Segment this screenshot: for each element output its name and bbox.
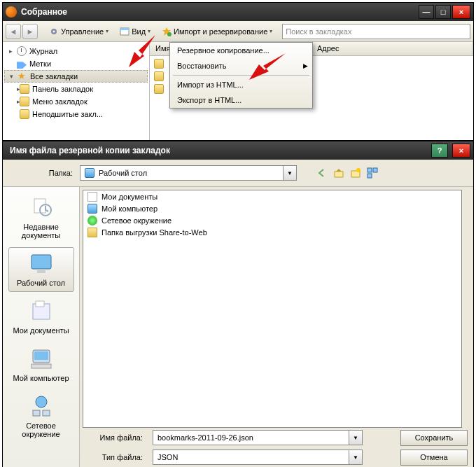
svg-marker-6 [129,35,155,67]
maximize-button[interactable]: □ [435,5,451,19]
forward-button[interactable]: ► [22,24,38,39]
place-mycomp[interactable]: Мой компьютер [8,342,74,387]
folder-icon [20,109,29,119]
tree-toolbar-folder[interactable]: ▸ Панель закладок [4,83,148,95]
import-label: Импорт и резервирование [174,27,267,36]
svg-point-1 [53,30,55,32]
places-bar: Недавние документы Рабочий стол Мои доку… [3,187,80,467]
svg-point-10 [356,168,360,172]
list-item[interactable]: Мои документы [83,190,461,202]
filetype-label: Тип файла: [83,453,146,461]
import-backup-menu: Резервное копирование... Восстановить▶ И… [169,42,313,109]
folder-icon [154,84,164,94]
save-dialog-title: Имя файла резервной копии закладок [6,146,431,155]
svg-marker-7 [249,53,286,80]
library-toolbar: ◄ ► Управление ▾ Вид ▾ Импорт и резервир… [3,21,473,42]
filename-label: Имя файла: [83,433,146,442]
file-list[interactable]: Мои документы Мой компьютер Сетевое окру… [83,190,462,428]
svg-rect-13 [368,174,372,178]
place-mydocs[interactable]: Мои документы [8,295,74,340]
svg-rect-12 [373,168,377,172]
minimize-button[interactable]: — [419,5,434,19]
filetype-select[interactable]: JSON ▼ [153,449,363,465]
svg-rect-16 [31,255,51,269]
filename-dropdown-button[interactable]: ▼ [349,430,363,445]
svg-rect-21 [34,351,48,360]
folder-docs-icon [88,192,97,202]
submenu-arrow-icon: ▶ [303,62,308,69]
close-button[interactable]: × [452,144,470,158]
star-import-icon [162,27,172,36]
svg-rect-19 [36,301,44,307]
place-network[interactable]: Сетевое окружение [8,390,74,443]
computer-large-icon [27,347,55,371]
network-large-icon [27,395,55,419]
new-folder-icon[interactable] [350,167,361,179]
filename-input[interactable]: bookmarks-2011-09-26.json ▼ [153,430,363,445]
computer-icon [88,204,97,214]
manage-menu-button[interactable]: Управление ▾ [43,23,114,40]
menu-export-html[interactable]: Экспорт в HTML... [170,92,312,108]
svg-rect-8 [335,172,343,177]
tree-unsorted[interactable]: Неподшитые закл... [4,108,148,120]
list-item[interactable]: Папка выгрузки Share-to-Web [83,226,461,238]
cancel-button[interactable]: Отмена [400,449,468,466]
save-dialog-titlebar[interactable]: Имя файла резервной копии закладок ? × [3,141,473,160]
save-button[interactable]: Сохранить [400,430,468,446]
gear-icon [49,27,59,36]
svg-point-5 [167,32,172,36]
firefox-icon [6,6,17,18]
list-item[interactable]: Сетевое окружение [83,214,461,226]
desktop-icon [85,168,94,178]
back-button[interactable]: ◄ [6,24,21,39]
save-dialog-window: Имя файла резервной копии закладок ? × П… [2,141,474,467]
search-placeholder: Поиск в закладках [286,27,351,36]
manage-label: Управление [61,27,104,36]
folder-icon [20,84,29,94]
filename-row: Имя файла: bookmarks-2011-09-26.json ▼ С… [83,428,468,447]
star-icon: ★ [18,71,27,81]
folder-row: Папка: Рабочий стол ▼ [3,160,473,186]
folder-combo[interactable]: Рабочий стол ▼ [80,165,297,181]
filetype-row: Тип файла: JSON ▼ Отмена [83,447,468,467]
folder-dropdown-button[interactable]: ▼ [283,165,297,181]
folder-value: Рабочий стол [99,169,147,177]
save-dialog-body: Недавние документы Рабочий стол Мои доку… [3,186,473,467]
mydocs-large-icon [27,300,55,323]
toolbar-mini-icons [316,167,378,179]
place-desktop[interactable]: Рабочий стол [8,247,74,292]
tree-menu-folder[interactable]: ▸ Меню закладок [4,95,148,108]
folder-icon [154,71,164,81]
desktop-large-icon [27,252,55,276]
svg-rect-24 [33,410,40,416]
tag-icon [17,59,27,69]
network-icon [88,216,97,225]
svg-rect-25 [43,410,50,416]
import-backup-menu-button[interactable]: Импорт и резервирование ▾ [156,23,278,40]
filetype-dropdown-button[interactable]: ▼ [349,449,363,465]
view-menu-icon[interactable] [367,167,378,179]
svg-rect-3 [120,28,129,30]
col-address[interactable]: Адрес [312,42,473,55]
svg-rect-22 [31,364,51,368]
folder-icon [20,97,29,106]
back-icon[interactable] [316,167,328,179]
folder-icon [88,228,97,237]
close-button[interactable]: × [452,5,470,19]
search-input[interactable]: Поиск в закладках [282,24,470,39]
clock-icon [17,46,27,56]
recent-docs-icon [27,196,55,220]
up-icon[interactable] [333,167,344,179]
list-item[interactable]: Мой компьютер [83,202,461,214]
svg-rect-11 [368,168,372,172]
svg-rect-17 [37,270,46,273]
svg-point-23 [36,396,47,407]
folder-label: Папка: [10,169,73,177]
library-title: Собранное [21,7,417,17]
help-button[interactable]: ? [431,144,448,158]
annotation-arrow-2 [242,49,291,88]
place-recent[interactable]: Недавние документы [8,191,74,244]
library-titlebar[interactable]: Собранное — □ × [3,3,473,21]
annotation-arrow-1 [120,31,162,73]
